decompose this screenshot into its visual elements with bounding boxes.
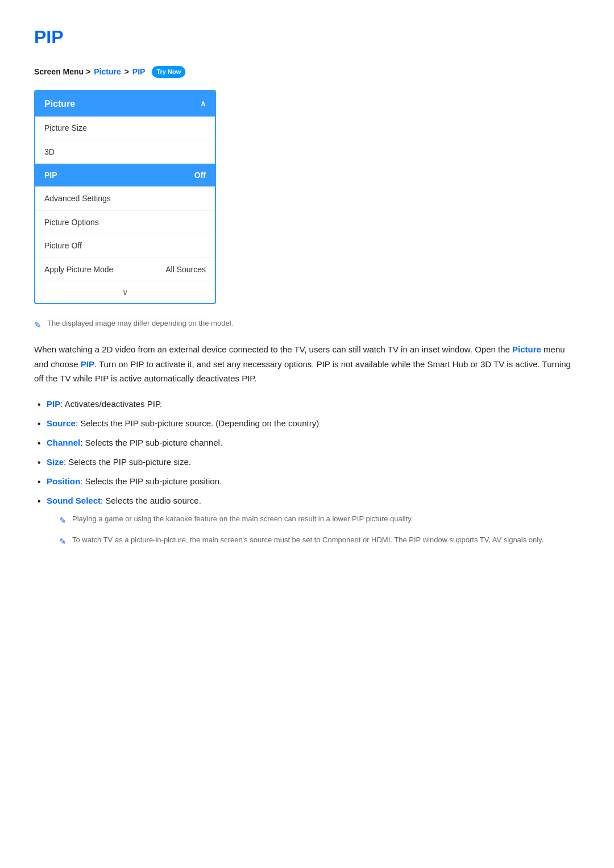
menu-box: Picture ∧ Picture Size 3D PIP Off Advanc… — [34, 90, 216, 305]
menu-item-label: Picture Size — [44, 122, 87, 134]
link-pip[interactable]: PIP — [81, 359, 94, 369]
chevron-down-icon: ∨ — [122, 286, 128, 298]
term-pip[interactable]: PIP — [47, 399, 60, 409]
list-item-sound-select: Sound Select: Selects the audio source. … — [34, 494, 580, 549]
menu-item-advanced[interactable]: Advanced Settings — [35, 187, 215, 210]
breadcrumb: Screen Menu > Picture > PIP Try Now — [34, 65, 580, 78]
bullet-text-position: : Selects the PIP sub-picture position. — [80, 476, 222, 486]
menu-item-picture-options[interactable]: Picture Options — [35, 211, 215, 234]
list-item-pip: PIP: Activates/deactivates PIP. — [34, 397, 580, 411]
breadcrumb-link-pip[interactable]: PIP — [132, 65, 146, 78]
term-channel[interactable]: Channel — [47, 438, 80, 447]
menu-item-label: 3D — [44, 146, 55, 158]
pencil-icon-sub2: ✎ — [59, 535, 67, 549]
sub-note-text-1: Playing a game or using the karaoke feat… — [72, 513, 413, 525]
list-item-size: Size: Selects the PIP sub-picture size. — [34, 455, 580, 469]
menu-item-label: Picture Off — [44, 239, 82, 252]
sub-note-1: ✎ Playing a game or using the karaoke fe… — [59, 513, 580, 528]
breadcrumb-sep1: > — [125, 65, 129, 78]
breadcrumb-link-picture[interactable]: Picture — [94, 65, 121, 78]
breadcrumb-prefix: Screen Menu > — [34, 65, 90, 78]
sub-note-2: ✎ To watch TV as a picture-in-picture, t… — [59, 534, 580, 549]
note-line-1: ✎ The displayed image may differ dependi… — [34, 318, 580, 332]
page-title: PIP — [34, 23, 580, 52]
menu-footer: ∨ — [35, 281, 215, 303]
menu-item-apply-picture-mode[interactable]: Apply Picture Mode All Sources — [35, 258, 215, 281]
term-sound-select[interactable]: Sound Select — [47, 496, 101, 505]
menu-item-picture-off[interactable]: Picture Off — [35, 234, 215, 258]
list-item-channel: Channel: Selects the PIP sub-picture cha… — [34, 436, 580, 450]
menu-item[interactable]: Picture Size — [35, 117, 215, 140]
bullet-text-sound-select: : Selects the audio source. — [101, 496, 201, 505]
bullet-text-source: : Selects the PIP sub-picture source. (D… — [76, 418, 319, 428]
sub-notes: ✎ Playing a game or using the karaoke fe… — [59, 513, 580, 549]
term-source[interactable]: Source — [47, 418, 76, 428]
menu-item-value: Off — [194, 169, 206, 181]
chevron-up-icon: ∧ — [200, 97, 206, 110]
list-item-source: Source: Selects the PIP sub-picture sour… — [34, 417, 580, 430]
bullet-text-size: : Selects the PIP sub-picture size. — [64, 457, 191, 467]
menu-item-label: Apply Picture Mode — [44, 263, 113, 276]
menu-item[interactable]: 3D — [35, 140, 215, 164]
menu-header: Picture ∧ — [35, 91, 215, 117]
menu-item-pip[interactable]: PIP Off — [35, 164, 215, 187]
main-paragraph: When watching a 2D video from an externa… — [34, 342, 580, 386]
menu-item-value: All Sources — [165, 263, 206, 276]
pencil-icon: ✎ — [34, 318, 42, 332]
term-size[interactable]: Size — [47, 457, 64, 467]
try-now-badge[interactable]: Try Now — [152, 66, 185, 78]
bullet-text-channel: : Selects the PIP sub-picture channel. — [80, 438, 222, 447]
menu-item-label: Advanced Settings — [44, 192, 111, 205]
link-picture[interactable]: Picture — [512, 344, 541, 354]
pencil-icon-sub1: ✎ — [59, 514, 67, 528]
list-item-position: Position: Selects the PIP sub-picture po… — [34, 475, 580, 488]
menu-header-label: Picture — [44, 97, 75, 111]
bullet-text-pip: : Activates/deactivates PIP. — [60, 399, 162, 409]
note-text-1: The displayed image may differ depending… — [47, 318, 233, 330]
term-position[interactable]: Position — [47, 476, 80, 486]
menu-item-label: Picture Options — [44, 216, 99, 229]
menu-item-label: PIP — [44, 169, 57, 181]
sub-note-text-2: To watch TV as a picture-in-picture, the… — [72, 534, 544, 546]
bullet-list: PIP: Activates/deactivates PIP. Source: … — [34, 397, 580, 549]
